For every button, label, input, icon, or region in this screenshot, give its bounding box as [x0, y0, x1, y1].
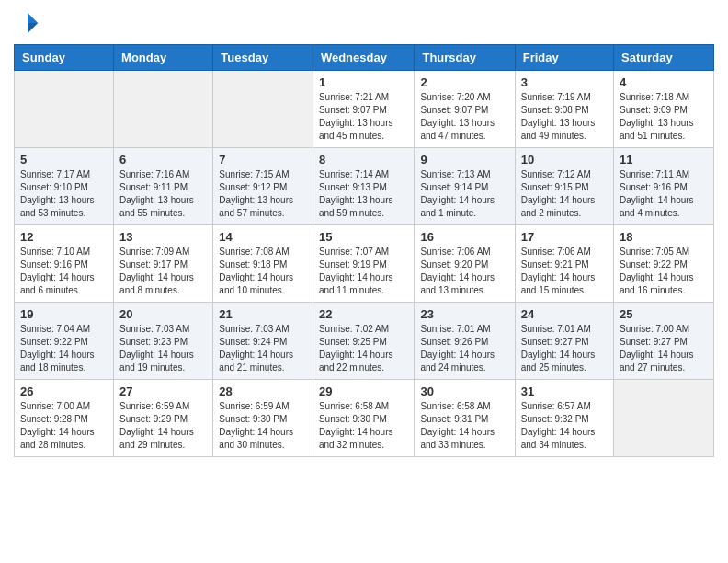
cell-info: Sunrise: 6:57 AMSunset: 9:32 PMDaylight:…	[521, 401, 596, 450]
cell-info: Sunrise: 7:03 AMSunset: 9:23 PMDaylight:…	[119, 324, 194, 373]
calendar-cell	[614, 380, 714, 457]
calendar-header-sunday: Sunday	[15, 45, 114, 71]
calendar-header-thursday: Thursday	[415, 45, 515, 71]
day-number: 1	[319, 75, 409, 89]
calendar-cell: 9Sunrise: 7:13 AMSunset: 9:14 PMDaylight…	[415, 148, 515, 225]
logo-icon	[14, 9, 41, 37]
day-number: 3	[521, 75, 608, 89]
day-number: 27	[119, 385, 207, 398]
calendar-cell: 18Sunrise: 7:05 AMSunset: 9:22 PMDayligh…	[614, 225, 714, 303]
calendar-cell	[114, 71, 213, 148]
day-number: 25	[620, 307, 708, 321]
cell-info: Sunrise: 7:04 AMSunset: 9:22 PMDaylight:…	[20, 324, 95, 373]
cell-info: Sunrise: 7:09 AMSunset: 9:17 PMDaylight:…	[119, 247, 194, 295]
cell-info: Sunrise: 7:00 AMSunset: 9:28 PMDaylight:…	[20, 401, 95, 450]
cell-info: Sunrise: 7:20 AMSunset: 9:07 PMDaylight:…	[420, 92, 495, 141]
calendar-cell: 20Sunrise: 7:03 AMSunset: 9:23 PMDayligh…	[114, 303, 213, 380]
cell-info: Sunrise: 6:59 AMSunset: 9:30 PMDaylight:…	[219, 401, 293, 450]
day-number: 15	[319, 230, 409, 244]
day-number: 22	[319, 307, 409, 321]
calendar-cell	[213, 71, 313, 148]
day-number: 28	[219, 385, 307, 398]
calendar-cell: 26Sunrise: 7:00 AMSunset: 9:28 PMDayligh…	[15, 380, 114, 457]
calendar-week-4: 19Sunrise: 7:04 AMSunset: 9:22 PMDayligh…	[15, 303, 714, 380]
cell-info: Sunrise: 7:03 AMSunset: 9:24 PMDaylight:…	[219, 324, 293, 373]
calendar-header-monday: Monday	[114, 45, 213, 71]
cell-info: Sunrise: 7:19 AMSunset: 9:08 PMDaylight:…	[521, 92, 596, 141]
calendar-cell: 7Sunrise: 7:15 AMSunset: 9:12 PMDaylight…	[213, 148, 313, 225]
calendar-cell: 24Sunrise: 7:01 AMSunset: 9:27 PMDayligh…	[515, 303, 613, 380]
cell-info: Sunrise: 7:16 AMSunset: 9:11 PMDaylight:…	[119, 169, 194, 218]
day-number: 19	[20, 307, 108, 321]
calendar-cell: 29Sunrise: 6:58 AMSunset: 9:30 PMDayligh…	[313, 380, 415, 457]
day-number: 2	[420, 75, 508, 89]
cell-info: Sunrise: 7:00 AMSunset: 9:27 PMDaylight:…	[620, 324, 694, 373]
day-number: 24	[521, 307, 608, 321]
calendar-cell: 31Sunrise: 6:57 AMSunset: 9:32 PMDayligh…	[515, 380, 613, 457]
calendar-cell: 15Sunrise: 7:07 AMSunset: 9:19 PMDayligh…	[313, 225, 415, 303]
calendar-cell: 23Sunrise: 7:01 AMSunset: 9:26 PMDayligh…	[415, 303, 515, 380]
cell-info: Sunrise: 6:58 AMSunset: 9:31 PMDaylight:…	[420, 401, 495, 450]
cell-info: Sunrise: 7:01 AMSunset: 9:26 PMDaylight:…	[420, 324, 495, 373]
day-number: 29	[319, 385, 409, 398]
day-number: 9	[420, 153, 508, 167]
calendar-week-1: 1Sunrise: 7:21 AMSunset: 9:07 PMDaylight…	[15, 71, 714, 148]
calendar-cell: 3Sunrise: 7:19 AMSunset: 9:08 PMDaylight…	[515, 71, 613, 148]
cell-info: Sunrise: 7:01 AMSunset: 9:27 PMDaylight:…	[521, 324, 596, 373]
calendar-cell: 27Sunrise: 6:59 AMSunset: 9:29 PMDayligh…	[114, 380, 213, 457]
day-number: 6	[119, 153, 207, 167]
calendar-cell	[15, 71, 114, 148]
calendar-cell: 25Sunrise: 7:00 AMSunset: 9:27 PMDayligh…	[614, 303, 714, 380]
calendar-header-saturday: Saturday	[614, 45, 714, 71]
calendar-week-2: 5Sunrise: 7:17 AMSunset: 9:10 PMDaylight…	[15, 148, 714, 225]
calendar-cell: 8Sunrise: 7:14 AMSunset: 9:13 PMDaylight…	[313, 148, 415, 225]
cell-info: Sunrise: 7:08 AMSunset: 9:18 PMDaylight:…	[219, 247, 293, 295]
cell-info: Sunrise: 6:58 AMSunset: 9:30 PMDaylight:…	[319, 401, 393, 450]
day-number: 8	[319, 153, 409, 167]
cell-info: Sunrise: 7:11 AMSunset: 9:16 PMDaylight:…	[620, 169, 694, 218]
svg-marker-0	[28, 13, 38, 23]
day-number: 5	[20, 153, 108, 167]
cell-info: Sunrise: 7:21 AMSunset: 9:07 PMDaylight:…	[319, 92, 393, 141]
header	[14, 9, 714, 37]
cell-info: Sunrise: 7:14 AMSunset: 9:13 PMDaylight:…	[319, 169, 393, 218]
cell-info: Sunrise: 6:59 AMSunset: 9:29 PMDaylight:…	[119, 401, 194, 450]
cell-info: Sunrise: 7:06 AMSunset: 9:20 PMDaylight:…	[420, 247, 495, 295]
calendar-header-wednesday: Wednesday	[313, 45, 415, 71]
calendar-cell: 30Sunrise: 6:58 AMSunset: 9:31 PMDayligh…	[415, 380, 515, 457]
day-number: 11	[620, 153, 708, 167]
calendar-cell: 19Sunrise: 7:04 AMSunset: 9:22 PMDayligh…	[15, 303, 114, 380]
calendar-cell: 13Sunrise: 7:09 AMSunset: 9:17 PMDayligh…	[114, 225, 213, 303]
day-number: 14	[219, 230, 307, 244]
cell-info: Sunrise: 7:07 AMSunset: 9:19 PMDaylight:…	[319, 247, 393, 295]
cell-info: Sunrise: 7:05 AMSunset: 9:22 PMDaylight:…	[620, 247, 694, 295]
calendar-cell: 17Sunrise: 7:06 AMSunset: 9:21 PMDayligh…	[515, 225, 613, 303]
cell-info: Sunrise: 7:10 AMSunset: 9:16 PMDaylight:…	[20, 247, 95, 295]
calendar-week-5: 26Sunrise: 7:00 AMSunset: 9:28 PMDayligh…	[15, 380, 714, 457]
cell-info: Sunrise: 7:06 AMSunset: 9:21 PMDaylight:…	[521, 247, 596, 295]
calendar-cell: 4Sunrise: 7:18 AMSunset: 9:09 PMDaylight…	[614, 71, 714, 148]
calendar-cell: 22Sunrise: 7:02 AMSunset: 9:25 PMDayligh…	[313, 303, 415, 380]
calendar-cell: 10Sunrise: 7:12 AMSunset: 9:15 PMDayligh…	[515, 148, 613, 225]
calendar-header-row: SundayMondayTuesdayWednesdayThursdayFrid…	[15, 45, 714, 71]
svg-marker-1	[28, 23, 38, 33]
calendar-cell: 16Sunrise: 7:06 AMSunset: 9:20 PMDayligh…	[415, 225, 515, 303]
cell-info: Sunrise: 7:12 AMSunset: 9:15 PMDaylight:…	[521, 169, 596, 218]
cell-info: Sunrise: 7:15 AMSunset: 9:12 PMDaylight:…	[219, 169, 293, 218]
day-number: 16	[420, 230, 508, 244]
calendar-cell: 14Sunrise: 7:08 AMSunset: 9:18 PMDayligh…	[213, 225, 313, 303]
day-number: 31	[521, 385, 608, 398]
calendar-cell: 1Sunrise: 7:21 AMSunset: 9:07 PMDaylight…	[313, 71, 415, 148]
page: SundayMondayTuesdayWednesdayThursdayFrid…	[0, 0, 728, 471]
calendar-header-friday: Friday	[515, 45, 613, 71]
cell-info: Sunrise: 7:02 AMSunset: 9:25 PMDaylight:…	[319, 324, 393, 373]
cell-info: Sunrise: 7:18 AMSunset: 9:09 PMDaylight:…	[620, 92, 694, 141]
day-number: 12	[20, 230, 108, 244]
cell-info: Sunrise: 7:17 AMSunset: 9:10 PMDaylight:…	[20, 169, 95, 218]
day-number: 17	[521, 230, 608, 244]
day-number: 13	[119, 230, 207, 244]
day-number: 21	[219, 307, 307, 321]
calendar-cell: 12Sunrise: 7:10 AMSunset: 9:16 PMDayligh…	[15, 225, 114, 303]
day-number: 18	[620, 230, 708, 244]
calendar-cell: 5Sunrise: 7:17 AMSunset: 9:10 PMDaylight…	[15, 148, 114, 225]
